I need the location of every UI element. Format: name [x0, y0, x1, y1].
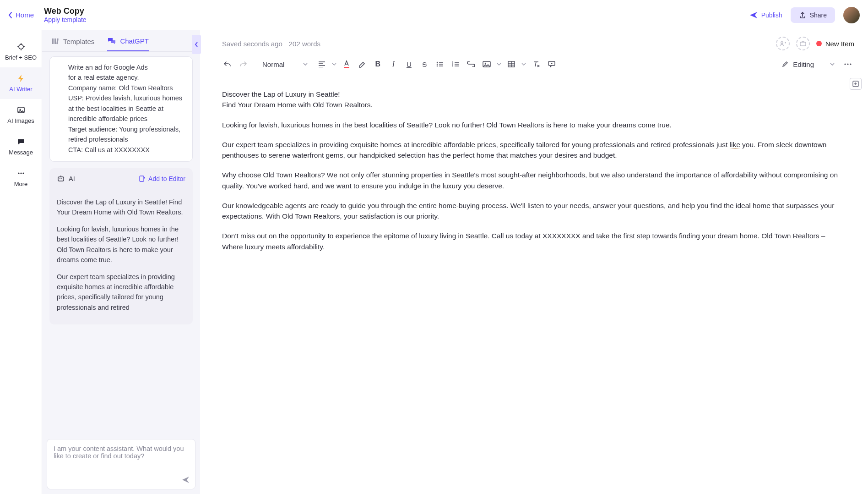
pencil-icon: [782, 61, 788, 67]
add-to-editor-button[interactable]: Add to Editor: [139, 174, 185, 184]
left-rail: Brief + SEO AI Writer AI Images Message …: [0, 30, 42, 494]
undo-button[interactable]: [221, 58, 234, 71]
table-button[interactable]: [505, 58, 518, 71]
status-dot-icon: [816, 41, 822, 46]
upload-icon: [799, 11, 806, 19]
strike-icon: S: [422, 60, 427, 68]
chat-bubbles-icon: [107, 37, 116, 45]
spellcheck-word[interactable]: like: [730, 141, 740, 149]
share-button[interactable]: Share: [791, 7, 835, 23]
image-chevron[interactable]: [496, 58, 502, 71]
table-chevron[interactable]: [521, 58, 527, 71]
dots-icon: [844, 63, 852, 65]
paper-plane-icon: [181, 475, 190, 484]
insert-icon: [139, 176, 146, 182]
text-color-button[interactable]: [340, 58, 353, 71]
bold-button[interactable]: B: [371, 58, 384, 71]
mode-select[interactable]: Editing: [782, 60, 835, 68]
tab-templates-label: Templates: [63, 38, 94, 45]
home-link[interactable]: Home: [8, 11, 34, 19]
svg-rect-9: [58, 177, 64, 181]
chevron-down-icon: [303, 62, 308, 66]
redo-button[interactable]: [237, 58, 250, 71]
svg-point-16: [437, 62, 438, 63]
image-button[interactable]: [480, 58, 493, 71]
svg-rect-14: [800, 42, 806, 46]
format-select[interactable]: Normal: [258, 60, 313, 68]
tab-chatgpt[interactable]: ChatGPT: [107, 37, 149, 51]
link-icon: [467, 61, 475, 67]
strike-button[interactable]: S: [418, 58, 431, 71]
collapse-panel-button[interactable]: [192, 35, 201, 54]
rail-ai-images[interactable]: AI Images: [0, 99, 42, 131]
add-to-editor-label: Add to Editor: [148, 174, 185, 184]
publish-label: Publish: [761, 11, 782, 19]
avatar[interactable]: [843, 7, 860, 23]
add-block-button[interactable]: [850, 78, 862, 90]
rail-brief-label: Brief + SEO: [5, 54, 37, 61]
chevron-down-icon: [497, 63, 501, 66]
highlight-icon: [358, 60, 366, 68]
svg-rect-7: [54, 38, 56, 44]
document-body[interactable]: Discover the Lap of Luxury in Seattle! F…: [200, 76, 868, 494]
chevron-left-icon: [195, 42, 198, 47]
ai-paragraph: Looking for lavish, luxurious homes in t…: [57, 224, 185, 265]
calendar-button[interactable]: [796, 37, 810, 50]
link-button[interactable]: [465, 58, 477, 71]
svg-point-4: [20, 172, 22, 174]
apply-template-link[interactable]: Apply template: [44, 16, 87, 23]
doc-paragraph: Looking for lavish, luxurious homes in t…: [222, 120, 846, 130]
rail-more[interactable]: More: [0, 162, 42, 194]
svg-rect-6: [52, 38, 54, 44]
ordered-list-button[interactable]: 123: [449, 58, 462, 71]
underline-button[interactable]: U: [402, 58, 415, 71]
svg-point-27: [847, 63, 848, 65]
svg-point-26: [844, 63, 846, 65]
clear-format-button[interactable]: [530, 58, 542, 71]
more-button[interactable]: [841, 58, 854, 71]
tab-templates[interactable]: Templates: [51, 37, 94, 51]
user-message-text: Write an ad for Google Ads for a real es…: [68, 64, 182, 154]
ai-paragraph: Discover the Lap of Luxury in Seattle! F…: [57, 197, 185, 218]
mode-label: Editing: [793, 60, 814, 68]
chat-input[interactable]: I am your content assistant. What would …: [47, 439, 195, 489]
align-button[interactable]: [315, 58, 328, 71]
user-plus-icon: [779, 40, 787, 47]
ai-message: AI Add to Editor Discover the Lap of Lux…: [49, 168, 193, 324]
rail-ai-writer[interactable]: AI Writer: [0, 67, 42, 99]
briefcase-icon: [799, 40, 807, 47]
svg-point-3: [18, 172, 19, 174]
comment-button[interactable]: [545, 58, 558, 71]
doc-paragraph: Don't miss out on the opportunity to exp…: [222, 231, 846, 252]
chat-input-placeholder: I am your content assistant. What would …: [54, 445, 184, 460]
send-button[interactable]: [181, 475, 190, 484]
home-label: Home: [16, 11, 34, 19]
publish-button[interactable]: Publish: [749, 11, 782, 19]
bullet-list-icon: [436, 61, 444, 67]
svg-point-0: [19, 44, 23, 49]
add-collaborator-button[interactable]: [776, 37, 790, 50]
text-color-icon: [343, 60, 350, 68]
rail-brief-seo[interactable]: Brief + SEO: [0, 36, 42, 67]
new-item-button[interactable]: New Item: [816, 40, 854, 48]
user-message: Write an ad for Google Ads for a real es…: [49, 56, 193, 162]
align-chevron[interactable]: [331, 58, 337, 71]
doc-title: Web Copy: [44, 6, 87, 16]
svg-point-11: [61, 178, 62, 179]
svg-point-28: [850, 63, 851, 65]
undo-icon: [223, 60, 232, 68]
templates-icon: [51, 37, 60, 45]
svg-point-10: [60, 178, 60, 179]
italic-button[interactable]: I: [387, 58, 400, 71]
side-panel: Templates ChatGPT Write an ad for Google…: [42, 30, 200, 494]
rail-message[interactable]: Message: [0, 131, 42, 162]
chat-icon: [16, 137, 26, 146]
underline-icon: U: [407, 60, 412, 68]
bullet-list-button[interactable]: [434, 58, 446, 71]
svg-rect-12: [140, 176, 144, 181]
svg-rect-8: [56, 38, 59, 44]
highlight-button[interactable]: [356, 58, 369, 71]
chat-scroll[interactable]: Write an ad for Google Ads for a real es…: [42, 52, 200, 434]
clear-format-icon: [532, 60, 540, 68]
rail-writer-label: AI Writer: [9, 86, 32, 93]
